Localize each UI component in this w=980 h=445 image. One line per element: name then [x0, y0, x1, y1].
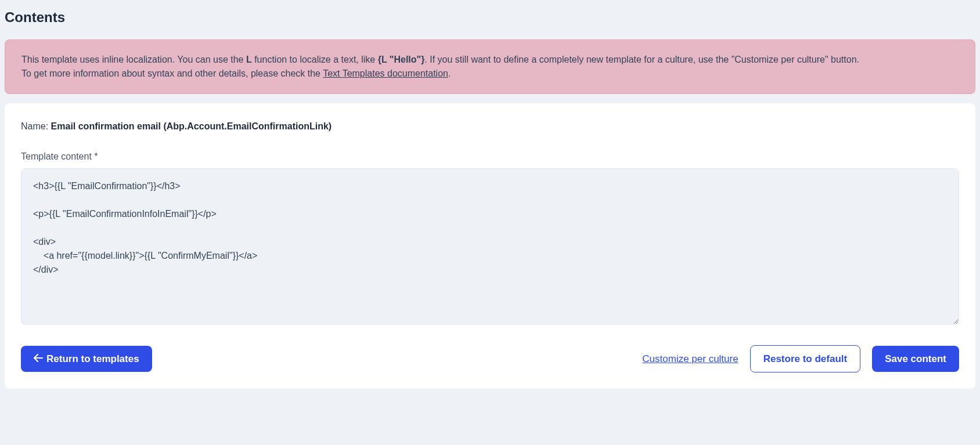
name-label: Name: — [21, 121, 51, 131]
return-to-templates-button[interactable]: Return to templates — [21, 346, 152, 372]
page-title: Contents — [5, 5, 975, 30]
save-content-button[interactable]: Save content — [872, 346, 959, 372]
template-content-label: Template content * — [21, 150, 959, 164]
template-card: Name: Email confirmation email (Abp.Acco… — [5, 103, 975, 389]
alert-text: . — [448, 68, 451, 78]
info-alert: This template uses inline localization. … — [5, 39, 975, 94]
alert-line-2: To get more information about syntax and… — [21, 67, 959, 81]
alert-l-example: {L "Hello"} — [378, 55, 425, 64]
actions-right: Customize per culture Restore to default… — [642, 345, 959, 372]
docs-link[interactable]: Text Templates documentation — [323, 68, 448, 78]
alert-text: This template uses inline localization. … — [21, 55, 246, 64]
template-name-row: Name: Email confirmation email (Abp.Acco… — [21, 120, 959, 133]
alert-text: . If you still want to define a complete… — [424, 55, 859, 64]
alert-text: To get more information about syntax and… — [21, 68, 323, 78]
customize-per-culture-link[interactable]: Customize per culture — [642, 352, 738, 367]
alert-l-func: L — [246, 55, 252, 64]
restore-to-default-button[interactable]: Restore to default — [750, 345, 861, 372]
alert-text: function to localize a text, like — [252, 55, 378, 64]
arrow-left-icon — [34, 354, 43, 364]
actions-row: Return to templates Customize per cultur… — [21, 345, 959, 372]
name-value: Email confirmation email (Abp.Account.Em… — [51, 121, 332, 131]
return-button-label: Return to templates — [46, 354, 139, 364]
template-content-input[interactable] — [21, 168, 959, 325]
alert-line-1: This template uses inline localization. … — [21, 53, 959, 67]
